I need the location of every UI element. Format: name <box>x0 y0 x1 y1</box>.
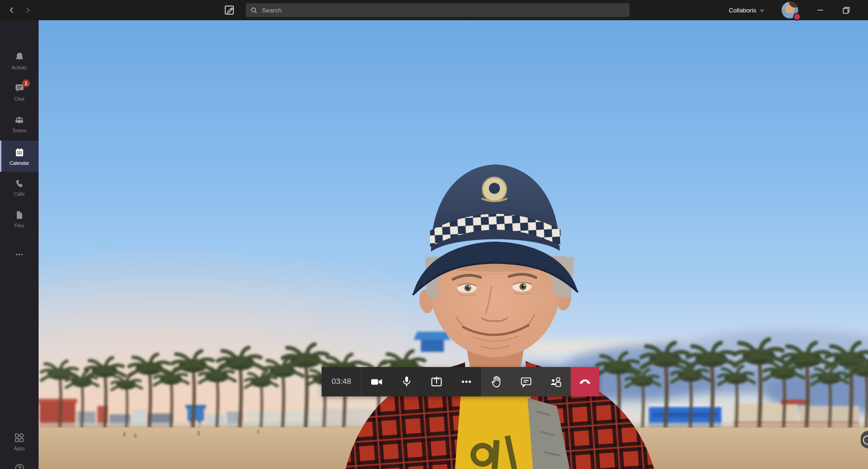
more-options-icon <box>460 375 473 389</box>
chevron-down-icon <box>760 8 765 13</box>
apps-grid-icon <box>14 432 25 443</box>
sidebar-item-label: Apps <box>14 446 25 451</box>
phone-icon <box>14 178 24 188</box>
close-button[interactable] <box>862 0 868 20</box>
minimize-button[interactable] <box>810 0 831 20</box>
sidebar-item-label: Activity <box>11 65 27 70</box>
hang-up-button[interactable] <box>571 367 599 396</box>
chat-unread-badge: 1 <box>22 79 30 87</box>
microphone-icon <box>400 375 413 388</box>
raise-hand-button[interactable] <box>481 367 511 396</box>
new-chat-button[interactable] <box>222 4 236 17</box>
sidebar-item-calendar[interactable]: Calendar <box>0 141 39 172</box>
forward-button[interactable] <box>21 4 34 16</box>
camera-button[interactable] <box>362 367 391 396</box>
back-icon <box>8 6 16 14</box>
restore-button[interactable] <box>835 0 857 20</box>
search-icon <box>250 7 257 14</box>
sidebar-item-label: Teams <box>12 128 27 133</box>
sidebar-item-help[interactable]: Help <box>0 458 39 469</box>
camera-icon <box>370 375 384 389</box>
call-control-bar: 03:48 <box>322 367 599 396</box>
share-screen-button[interactable] <box>421 367 451 396</box>
sidebar-item-label: Chat <box>14 96 24 102</box>
sidebar-item-label: Calendar <box>10 160 29 166</box>
participants-button[interactable] <box>541 367 571 396</box>
restore-icon <box>842 6 850 14</box>
org-name: Collaboris <box>729 7 756 14</box>
sidebar-item-teams[interactable]: Teams <box>0 109 39 138</box>
participants-icon <box>549 375 563 389</box>
calendar-icon <box>14 147 25 158</box>
title-bar: Collaboris <box>0 0 868 20</box>
sidebar-item-activity[interactable]: Activity <box>0 46 39 75</box>
sidebar-item-label: Files <box>14 223 24 228</box>
back-button[interactable] <box>6 4 18 16</box>
sidebar-item-label: Calls <box>14 191 24 197</box>
search-input[interactable] <box>261 6 625 14</box>
meeting-chat-button[interactable] <box>511 367 541 396</box>
teams-window: 03:48 <box>0 0 868 469</box>
hang-up-icon <box>578 374 592 389</box>
more-options-button[interactable] <box>451 367 481 396</box>
search-bar[interactable] <box>246 3 630 17</box>
call-timer: 03:48 <box>322 367 361 396</box>
ellipsis-icon <box>14 249 24 260</box>
sidebar-item-calls[interactable]: Calls <box>0 172 39 202</box>
forward-icon <box>24 6 31 14</box>
meeting-stage <box>39 20 868 469</box>
help-icon <box>14 463 25 469</box>
sidebar-more-apps[interactable] <box>0 245 39 264</box>
share-screen-icon <box>430 375 443 389</box>
org-switcher[interactable]: Collaboris <box>729 0 765 20</box>
sidebar-item-files[interactable]: Files <box>0 204 39 233</box>
microphone-button[interactable] <box>391 367 421 396</box>
meeting-chat-icon <box>519 375 533 389</box>
compose-icon <box>224 5 235 16</box>
raise-hand-icon <box>489 375 503 389</box>
bell-icon <box>14 51 25 62</box>
participant-video <box>39 20 868 469</box>
minimize-icon <box>817 6 824 14</box>
sidebar-item-apps[interactable]: Apps <box>0 427 39 456</box>
presence-busy-dot <box>793 13 801 21</box>
sidebar-item-chat[interactable]: 1 Chat <box>0 77 39 107</box>
app-rail: Activity 1 Chat Teams <box>0 20 39 469</box>
file-icon <box>15 210 24 220</box>
people-group-icon <box>14 114 25 125</box>
